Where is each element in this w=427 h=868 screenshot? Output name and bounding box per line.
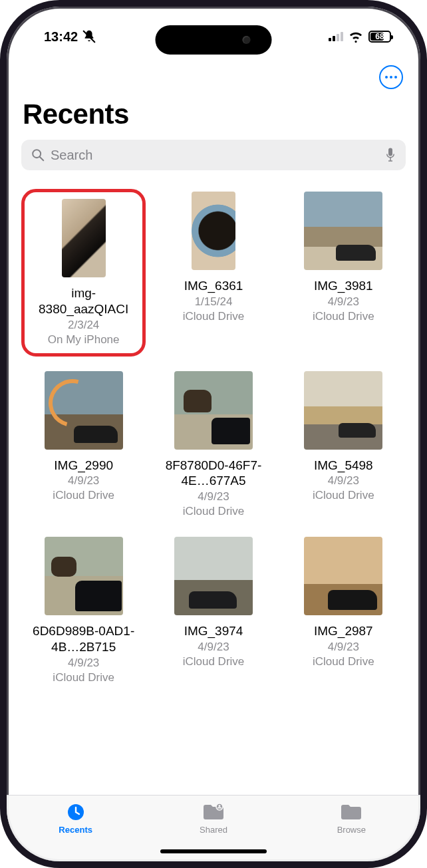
cellular-icon [329,32,343,41]
file-thumbnail [304,192,382,270]
tab-label: Browse [337,825,366,835]
file-location: iCloud Drive [313,310,374,323]
file-date: 4/9/23 [328,295,359,309]
file-thumbnail [304,371,382,450]
file-thumbnail [45,537,123,615]
file-thumbnail [45,371,123,450]
search-bar[interactable] [21,140,406,170]
file-location: iCloud Drive [183,310,245,323]
file-item[interactable]: IMG_39744/9/23iCloud Drive [151,534,275,688]
silent-icon [82,29,96,44]
clock-icon [65,802,87,822]
more-options-button[interactable] [379,65,403,89]
tab-browse[interactable]: Browse [311,802,391,835]
file-thumbnail [174,537,253,615]
page-title: Recents [21,96,406,140]
shared-folder-icon [202,802,225,822]
file-name: 6D6D989B-0AD1-4B…2B715 [27,623,140,655]
folder-icon [340,802,362,822]
tab-shared[interactable]: Shared [174,802,253,835]
file-date: 2/3/24 [68,319,99,332]
file-location: iCloud Drive [53,489,114,502]
file-date: 4/9/23 [198,641,229,654]
svg-rect-3 [388,148,392,156]
file-thumbnail [62,199,106,277]
svg-point-8 [218,805,220,807]
file-item[interactable]: IMG_29904/9/23iCloud Drive [21,368,146,523]
file-date: 4/9/23 [68,656,99,670]
iphone-frame: 13:42 68 Recents [0,0,427,868]
svg-line-2 [40,157,43,160]
battery-icon: 68 [368,31,391,43]
file-thumbnail [174,371,253,450]
file-date: 4/9/23 [68,474,99,488]
tab-label: Recents [59,825,92,835]
ellipsis-icon [385,76,397,78]
file-item[interactable]: 8F8780D0-46F7-4E…677A54/9/23iCloud Drive [151,368,275,523]
dynamic-island [156,25,272,55]
file-location: iCloud Drive [183,655,245,668]
file-grid: img-8380_aazQIACI2/3/24On My iPhoneIMG_6… [21,189,406,688]
file-location: On My iPhone [48,333,120,347]
file-thumbnail [192,192,235,270]
file-location: iCloud Drive [313,489,374,502]
file-date: 4/9/23 [328,641,359,654]
file-date: 4/9/23 [328,474,359,488]
search-icon [31,148,45,162]
file-item[interactable]: IMG_39814/9/23iCloud Drive [281,189,406,357]
file-thumbnail [304,537,382,615]
tab-label: Shared [200,825,227,835]
file-name: IMG_2990 [54,458,113,474]
file-item[interactable]: img-8380_aazQIACI2/3/24On My iPhone [21,189,146,357]
file-name: 8F8780D0-46F7-4E…677A5 [157,458,270,490]
search-input[interactable] [51,148,379,163]
file-name: IMG_3981 [314,278,373,294]
file-name: IMG_5498 [314,458,373,474]
file-name: IMG_2987 [314,623,373,639]
home-indicator[interactable] [160,849,267,853]
file-name: IMG_6361 [184,278,243,294]
file-date: 1/15/24 [195,295,233,309]
file-item[interactable]: IMG_29874/9/23iCloud Drive [281,534,406,688]
file-location: iCloud Drive [183,505,245,518]
tab-recents[interactable]: Recents [36,802,116,835]
tab-bar: Recents Shared Browse [7,795,420,861]
file-location: iCloud Drive [53,671,114,684]
status-time: 13:42 [44,29,78,45]
file-item[interactable]: 6D6D989B-0AD1-4B…2B7154/9/23iCloud Drive [21,534,146,688]
microphone-icon[interactable] [384,146,396,164]
file-location: iCloud Drive [313,655,374,668]
file-name: IMG_3974 [184,623,243,639]
file-item[interactable]: IMG_63611/15/24iCloud Drive [151,189,275,357]
file-item[interactable]: IMG_54984/9/23iCloud Drive [281,368,406,523]
file-name: img-8380_aazQIACI [27,285,140,317]
wifi-icon [349,29,363,44]
file-date: 4/9/23 [198,490,229,504]
